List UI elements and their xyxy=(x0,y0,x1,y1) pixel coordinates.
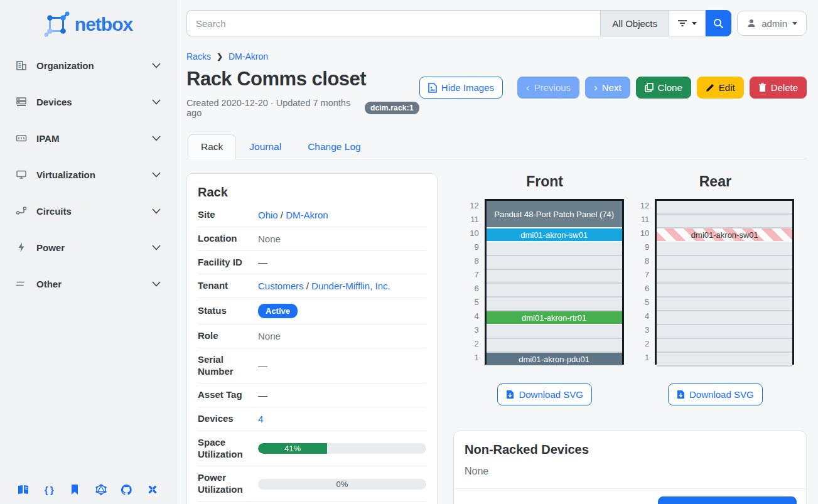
attr-row-serial: Serial Number — xyxy=(198,348,426,384)
chevron-down-icon xyxy=(152,172,161,178)
rack-device[interactable]: Panduit 48-Port Patch Panel (74) xyxy=(487,201,622,228)
user-icon xyxy=(746,18,756,28)
hide-images-button[interactable]: Hide Images xyxy=(419,77,503,99)
sidebar-item-label: Circuits xyxy=(36,206,152,217)
rack-unit-numbers: 121110987654321 xyxy=(636,199,655,365)
rack-unit-slot[interactable] xyxy=(657,215,792,228)
next-button[interactable]: › Next xyxy=(585,77,630,99)
rack-unit-number: 11 xyxy=(466,213,479,227)
power-utilization-bar: 0% xyxy=(258,479,426,490)
attr-row-status: Status Active xyxy=(198,298,426,324)
rack-unit-number: 3 xyxy=(466,323,479,337)
tab-change-log[interactable]: Change Log xyxy=(294,134,374,159)
sidebar-item-devices[interactable]: Devices xyxy=(8,90,168,113)
sidebar-item-organization[interactable]: Organization xyxy=(8,54,168,77)
rack-unit-slot[interactable] xyxy=(657,311,792,325)
sidebar-item-label: IPAM xyxy=(36,133,152,144)
breadcrumb-link-racks[interactable]: Racks xyxy=(186,51,211,62)
rack-unit-slot[interactable] xyxy=(487,339,622,353)
docs-book-icon[interactable] xyxy=(16,483,30,496)
rack-unit-slot[interactable] xyxy=(657,325,792,339)
rack-unit-slot[interactable] xyxy=(487,256,622,270)
attr-row-site: Site Ohio / DM-Akron xyxy=(198,203,426,227)
sidebar-item-power[interactable]: Power xyxy=(8,236,168,259)
github-icon[interactable] xyxy=(120,483,134,496)
sidebar-item-label: Devices xyxy=(36,97,152,107)
previous-button[interactable]: ‹ Previous xyxy=(517,77,579,99)
rack-face-title: Front xyxy=(526,173,563,190)
rack-unit-slot[interactable] xyxy=(657,284,792,298)
tenant-link[interactable]: Dunder-Mifflin, Inc. xyxy=(311,281,390,291)
netbox-logo[interactable]: netbox xyxy=(0,6,176,54)
rack-unit-number: 11 xyxy=(636,213,649,227)
building-icon xyxy=(15,59,28,72)
rack-unit-slot[interactable] xyxy=(657,242,792,256)
tab-rack[interactable]: Rack xyxy=(188,134,236,159)
object-id-badge: dcim.rack:1 xyxy=(365,102,419,114)
download-svg-button[interactable]: Download SVG xyxy=(668,383,763,405)
site-region-link[interactable]: Ohio xyxy=(258,210,278,220)
rack-unit-slot[interactable] xyxy=(657,339,792,353)
chevron-down-icon xyxy=(152,99,161,105)
rack-unit-number: 8 xyxy=(466,254,479,268)
rack-unit-slot[interactable] xyxy=(657,270,792,284)
attr-row-space-utilization: Space Utilization 41% xyxy=(198,431,426,467)
chevron-down-icon xyxy=(152,281,161,287)
attr-row-tenant: Tenant Customers / Dunder-Mifflin, Inc. xyxy=(198,274,426,298)
user-name: admin xyxy=(761,18,787,29)
sidebar-item-circuits[interactable]: Circuits xyxy=(8,200,168,222)
rack-unit-slot[interactable] xyxy=(487,242,622,256)
netdev-slack-icon[interactable] xyxy=(146,483,159,496)
sidebar-item-virtualization[interactable]: Virtualization xyxy=(8,163,168,186)
non-racked-devices-card: Non-Racked Devices None + Add a Non-Rack… xyxy=(453,431,807,504)
search-submit-button[interactable] xyxy=(706,10,731,36)
rack-unit-number: 9 xyxy=(466,240,479,254)
edit-button[interactable]: Edit xyxy=(697,77,744,99)
rack-unit-number: 2 xyxy=(636,337,649,351)
menu-icon xyxy=(15,277,28,290)
rack-unit-slot[interactable] xyxy=(657,256,792,270)
rack-device[interactable]: dmi01-akron-pdu01 xyxy=(487,353,622,367)
chevron-down-icon xyxy=(792,22,797,25)
download-svg-button[interactable]: Download SVG xyxy=(497,383,592,405)
tenant-group-link[interactable]: Customers xyxy=(258,281,304,291)
devices-count-link[interactable]: 4 xyxy=(258,414,263,424)
search-filter-button[interactable] xyxy=(669,10,706,36)
sidebar-item-ipam[interactable]: IPAM xyxy=(8,127,168,149)
rack-unit-slot[interactable] xyxy=(487,270,622,284)
rack-device[interactable]: dmi01-akron-rtr01 xyxy=(487,311,622,325)
rack-device[interactable]: dmi01-akron-sw01 xyxy=(657,228,792,242)
site-link[interactable]: DM-Akron xyxy=(286,210,328,220)
rack-unit-number: 8 xyxy=(636,254,649,268)
tab-journal[interactable]: Journal xyxy=(236,134,294,159)
netbox-wordmark: netbox xyxy=(75,14,132,35)
counter-icon xyxy=(15,132,28,144)
bookmark-icon[interactable] xyxy=(68,483,82,496)
add-non-racked-device-button[interactable]: + Add a Non-Racked Device xyxy=(658,496,797,504)
rack-unit-slot[interactable] xyxy=(657,201,792,215)
breadcrumb-link-site[interactable]: DM-Akron xyxy=(229,51,268,62)
search-scope-button[interactable]: All Objects xyxy=(600,10,669,36)
card-title: Rack xyxy=(198,185,426,200)
delete-button[interactable]: Delete xyxy=(750,77,807,99)
rack-unit-slot[interactable] xyxy=(487,298,622,311)
rack-elevation-rear: Rear 121110987654321 dmi01-akron-sw01 Do… xyxy=(636,173,794,405)
tab-bar: Rack Journal Change Log xyxy=(186,134,807,159)
rack-unit-slot[interactable] xyxy=(657,298,792,311)
search-input[interactable] xyxy=(186,10,600,36)
status-badge: Active xyxy=(258,304,298,318)
rack-body: dmi01-akron-sw01 xyxy=(655,199,794,365)
page-header: Rack Comms closet Created 2020-12-20 · U… xyxy=(186,68,807,118)
user-menu[interactable]: admin xyxy=(737,11,807,36)
rack-unit-slot[interactable] xyxy=(487,325,622,339)
rack-face-title: Rear xyxy=(699,173,731,190)
graphql-icon[interactable] xyxy=(94,483,108,496)
rest-api-braces-icon[interactable]: { } xyxy=(42,483,56,496)
rack-unit-number: 4 xyxy=(466,309,479,323)
rack-device[interactable]: dmi01-akron-sw01 xyxy=(487,228,622,242)
rack-unit-slot[interactable] xyxy=(657,353,792,367)
rack-unit-number: 4 xyxy=(636,309,649,323)
clone-button[interactable]: Clone xyxy=(636,77,691,99)
rack-unit-slot[interactable] xyxy=(487,284,622,298)
sidebar-item-other[interactable]: Other xyxy=(8,272,168,295)
